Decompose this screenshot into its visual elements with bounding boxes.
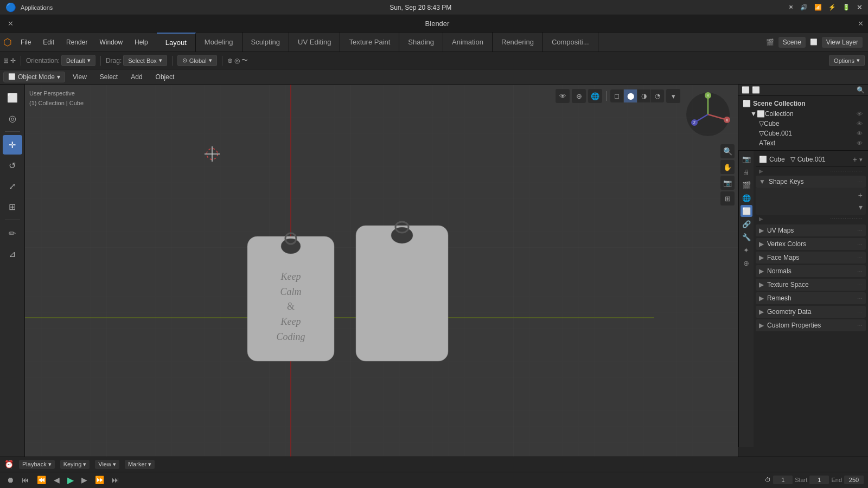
tl-view-dropdown[interactable]: View ▾ <box>95 460 119 469</box>
sc-eye-icon3[interactable]: 👁 <box>857 130 863 137</box>
tl-start-frame[interactable]: 1 <box>809 476 829 484</box>
shape-keys-expand-btn[interactable]: ▾ <box>859 203 863 211</box>
search-icon[interactable]: 🔍 <box>720 144 735 158</box>
prop-scene-icon[interactable]: 🎬 <box>741 179 752 191</box>
section-uv-maps-header[interactable]: ▶ UV Maps ⋯ <box>756 224 866 236</box>
sc-eye-icon1[interactable]: 👁 <box>857 111 863 117</box>
sk-arrow[interactable]: ▶ <box>759 216 763 222</box>
tab-compositing[interactable]: Compositi... <box>543 33 598 52</box>
shade-wireframe[interactable]: ◻ <box>610 89 623 102</box>
section-custom-props-header[interactable]: ▶ Custom Properties ⋯ <box>756 319 866 331</box>
shade-material[interactable]: ◑ <box>637 89 650 102</box>
prop-physics-icon[interactable]: ⊕ <box>741 257 752 269</box>
menu-file[interactable]: File <box>15 36 36 48</box>
tab-sculpting[interactable]: Sculpting <box>242 33 289 52</box>
hand-icon[interactable]: ✋ <box>720 160 735 174</box>
tl-next-frame-btn[interactable]: ⏩ <box>93 474 106 485</box>
viewport-gizmo-toggle[interactable]: ⊕ <box>572 89 586 103</box>
tl-playback-dropdown[interactable]: Playback ▾ <box>19 460 55 469</box>
app-name[interactable]: Applications <box>21 4 53 11</box>
tab-texture-paint[interactable]: Texture Paint <box>340 33 399 52</box>
props-icon-bar: 📷 🖨 🎬 🌐 ⬜ 🔗 🔧 ✦ ⊕ <box>738 151 754 447</box>
viewport-shading-options[interactable]: ▾ <box>666 89 680 103</box>
tl-current-frame[interactable]: 1 <box>773 476 793 484</box>
tb-drag-dropdown[interactable]: Select Box ▾ <box>123 55 167 66</box>
mode-dropdown[interactable]: ⬜ Object Mode ▾ <box>3 72 65 82</box>
tl-end-frame[interactable]: 250 <box>844 476 864 484</box>
tl-marker-dropdown[interactable]: Marker ▾ <box>125 460 155 469</box>
tl-skip-start-btn[interactable]: ⏮ <box>20 474 31 485</box>
tool-select[interactable]: ⬜ <box>3 88 22 107</box>
shade-solid[interactable]: ⬤ <box>624 89 637 102</box>
prop-constraint-icon[interactable]: 🔗 <box>741 218 752 230</box>
tl-play-btn[interactable]: ▶ <box>65 474 76 486</box>
props-header-expand[interactable]: ▾ <box>859 156 863 163</box>
tool-rotate[interactable]: ↺ <box>3 156 22 175</box>
tb-orientation-dropdown[interactable]: Default ▾ <box>61 55 95 66</box>
section-normals-header[interactable]: ▶ Normals ⋯ <box>756 265 866 277</box>
tab-animation[interactable]: Animation <box>443 33 493 52</box>
prop-world-icon[interactable]: 🌐 <box>741 192 752 204</box>
section-vertex-colors-header[interactable]: ▶ Vertex Colors ⋯ <box>756 238 866 250</box>
tab-rendering[interactable]: Rendering <box>493 33 543 52</box>
tb-pivot-dropdown[interactable]: ⊙ Global ▾ <box>177 55 217 66</box>
tool-scale[interactable]: ⤢ <box>3 176 22 196</box>
section-texture-space-header[interactable]: ▶ Texture Space ⋯ <box>756 279 866 291</box>
mode-select[interactable]: Select <box>94 72 123 82</box>
viewport[interactable]: Keep Calm & Keep Coding <box>25 85 738 457</box>
tl-keying-dropdown[interactable]: Keying ▾ <box>60 460 90 469</box>
prop-object-icon[interactable]: ⬜ <box>741 205 752 217</box>
window-close-btn[interactable]: ✕ <box>4 18 17 29</box>
sc-cube001[interactable]: ▽ Cube.001 👁 <box>742 129 865 138</box>
view-layer-name[interactable]: View Layer <box>822 37 863 48</box>
props-arrow-left[interactable]: ▶ <box>759 168 763 174</box>
section-face-maps-header[interactable]: ▶ Face Maps ⋯ <box>756 252 866 264</box>
sc-cube[interactable]: ▽ Cube 👁 <box>742 119 865 129</box>
camera-icon[interactable]: 📷 <box>720 176 735 190</box>
tab-uv-editing[interactable]: UV Editing <box>289 33 340 52</box>
tool-annotate[interactable]: ✏ <box>3 223 22 243</box>
menu-help[interactable]: Help <box>129 36 154 48</box>
prop-output-icon[interactable]: 🖨 <box>741 166 752 178</box>
tl-skip-end-btn[interactable]: ⏭ <box>110 474 122 485</box>
shape-keys-add-btn[interactable]: + <box>858 191 863 200</box>
tool-measure[interactable]: ⊿ <box>3 244 22 264</box>
rp-search-icon[interactable]: 🔍 <box>857 86 865 94</box>
sc-eye-icon2[interactable]: 👁 <box>857 120 863 127</box>
menu-window[interactable]: Window <box>94 36 128 48</box>
mode-object[interactable]: Object <box>150 72 180 82</box>
tool-move[interactable]: ✛ <box>3 135 22 155</box>
shade-rendered[interactable]: ◔ <box>651 89 664 102</box>
grid-icon[interactable]: ⊞ <box>720 191 735 206</box>
section-geometry-data-header[interactable]: ▶ Geometry Data ⋯ <box>756 306 866 318</box>
sc-eye-icon4[interactable]: 👁 <box>857 140 863 146</box>
tab-modeling[interactable]: Modeling <box>196 33 242 52</box>
tab-layout[interactable]: Layout <box>157 33 196 52</box>
tl-next-keyframe-btn[interactable]: ▶ <box>79 474 90 485</box>
sc-collection[interactable]: ▼ ⬜ Collection 👁 <box>742 109 865 119</box>
scene-name[interactable]: Scene <box>778 37 806 48</box>
tool-transform[interactable]: ⊞ <box>3 197 22 216</box>
tb-options-dropdown[interactable]: Options ▾ <box>829 55 865 66</box>
viewport-snap-toggle[interactable]: 🌐 <box>588 89 602 103</box>
prop-modifier-icon[interactable]: 🔧 <box>741 231 752 243</box>
menu-edit[interactable]: Edit <box>37 36 60 48</box>
prop-render-icon[interactable]: 📷 <box>741 153 752 165</box>
prop-particles-icon[interactable]: ✦ <box>741 244 752 256</box>
system-close-btn[interactable]: ✕ <box>857 3 863 11</box>
props-header-add[interactable]: + <box>853 155 857 164</box>
section-remesh-header[interactable]: ▶ Remesh ⋯ <box>756 292 866 304</box>
tl-prev-keyframe-btn[interactable]: ◀ <box>52 474 62 485</box>
tab-shading[interactable]: Shading <box>399 33 443 52</box>
window-expand-btn[interactable]: ✕ <box>858 20 864 28</box>
tl-record-btn[interactable]: ⏺ <box>4 474 16 485</box>
mode-view[interactable]: View <box>67 72 92 82</box>
menu-render[interactable]: Render <box>61 36 93 48</box>
sc-text[interactable]: A Text 👁 <box>742 138 865 148</box>
viewport-overlay-toggle[interactable]: 👁 <box>556 89 570 103</box>
section-shape-keys-header[interactable]: ▼ Shape Keys ⋯ <box>756 176 866 188</box>
tl-prev-frame-btn[interactable]: ⏪ <box>35 474 48 485</box>
mode-add[interactable]: Add <box>125 72 148 82</box>
nav-gizmo[interactable]: Y X Z <box>684 90 732 139</box>
tool-cursor[interactable]: ◎ <box>3 108 22 128</box>
